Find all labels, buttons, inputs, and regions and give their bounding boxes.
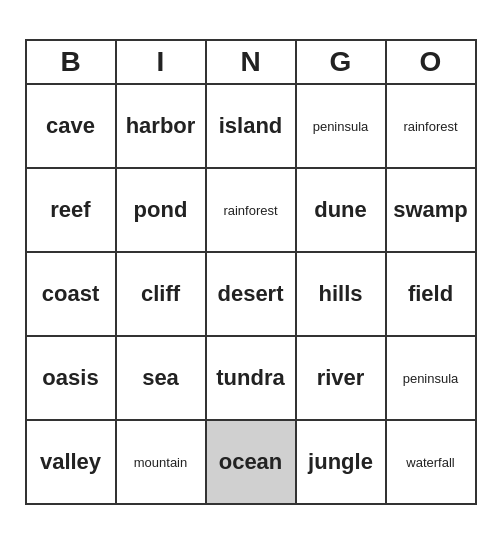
bingo-cell-4-1: mountain xyxy=(116,420,206,504)
bingo-cell-4-3: jungle xyxy=(296,420,386,504)
bingo-cell-0-1: harbor xyxy=(116,84,206,168)
bingo-cell-2-0: coast xyxy=(26,252,116,336)
header-g: G xyxy=(296,40,386,84)
bingo-cell-4-4: waterfall xyxy=(386,420,476,504)
bingo-cell-1-4: swamp xyxy=(386,168,476,252)
bingo-cell-3-0: oasis xyxy=(26,336,116,420)
header-o: O xyxy=(386,40,476,84)
bingo-cell-1-2: rainforest xyxy=(206,168,296,252)
bingo-row-3: oasisseatundrariverpeninsula xyxy=(26,336,476,420)
bingo-cell-0-2: island xyxy=(206,84,296,168)
header-i: I xyxy=(116,40,206,84)
bingo-cell-1-3: dune xyxy=(296,168,386,252)
bingo-cell-4-0: valley xyxy=(26,420,116,504)
bingo-cell-3-2: tundra xyxy=(206,336,296,420)
bingo-row-4: valleymountainoceanjunglewaterfall xyxy=(26,420,476,504)
bingo-cell-4-2: ocean xyxy=(206,420,296,504)
bingo-cell-3-4: peninsula xyxy=(386,336,476,420)
bingo-row-0: caveharborislandpeninsularainforest xyxy=(26,84,476,168)
bingo-table: B I N G O caveharborislandpeninsularainf… xyxy=(25,39,477,505)
bingo-cell-2-1: cliff xyxy=(116,252,206,336)
bingo-card: B I N G O caveharborislandpeninsularainf… xyxy=(15,29,487,515)
bingo-cell-2-2: desert xyxy=(206,252,296,336)
bingo-body: caveharborislandpeninsularainforestreefp… xyxy=(26,84,476,504)
bingo-cell-2-4: field xyxy=(386,252,476,336)
bingo-cell-2-3: hills xyxy=(296,252,386,336)
bingo-cell-3-1: sea xyxy=(116,336,206,420)
header-b: B xyxy=(26,40,116,84)
bingo-row-2: coastcliffdeserthillsfield xyxy=(26,252,476,336)
bingo-cell-0-3: peninsula xyxy=(296,84,386,168)
header-n: N xyxy=(206,40,296,84)
bingo-cell-0-4: rainforest xyxy=(386,84,476,168)
bingo-cell-1-0: reef xyxy=(26,168,116,252)
bingo-cell-1-1: pond xyxy=(116,168,206,252)
bingo-cell-3-3: river xyxy=(296,336,386,420)
header-row: B I N G O xyxy=(26,40,476,84)
bingo-row-1: reefpondrainforestduneswamp xyxy=(26,168,476,252)
bingo-cell-0-0: cave xyxy=(26,84,116,168)
